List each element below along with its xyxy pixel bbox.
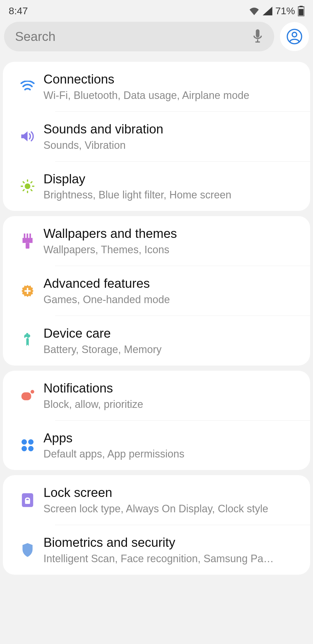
svg-point-7 — [292, 32, 297, 37]
svg-rect-20 — [23, 238, 33, 243]
sound-icon — [12, 130, 43, 143]
settings-item-title: Biometrics and security — [43, 535, 301, 550]
search-input[interactable]: Search — [4, 22, 274, 51]
svg-point-8 — [25, 183, 30, 189]
battery-icon — [298, 6, 304, 16]
settings-group: Wallpapers and themesWallpapers, Themes,… — [3, 216, 310, 365]
settings-item-subtitle: Brightness, Blue light filter, Home scre… — [43, 189, 301, 201]
settings-item-text: ConnectionsWi-Fi, Bluetooth, Data usage,… — [43, 72, 301, 102]
settings-item-title: Advanced features — [43, 276, 301, 291]
battery-percent: 71% — [275, 5, 295, 17]
settings-item-subtitle: Intelligent Scan, Face recognition, Sams… — [43, 553, 301, 565]
settings-item-subtitle: Battery, Storage, Memory — [43, 343, 301, 356]
svg-line-14 — [31, 190, 32, 191]
svg-line-16 — [31, 182, 32, 183]
settings-item-subtitle: Block, allow, prioritize — [43, 398, 301, 410]
settings-item-text: Wallpapers and themesWallpapers, Themes,… — [43, 226, 301, 256]
status-bar: 8:47 71% — [0, 0, 313, 19]
svg-point-25 — [27, 345, 28, 346]
settings-item-sounds[interactable]: Sounds and vibrationSounds, Vibration — [3, 112, 310, 161]
apps-icon — [12, 439, 43, 452]
svg-line-15 — [23, 190, 24, 191]
settings-item-text: Device careBattery, Storage, Memory — [43, 326, 301, 356]
svg-line-13 — [23, 182, 24, 183]
svg-point-30 — [21, 446, 27, 451]
settings-item-subtitle: Wi-Fi, Bluetooth, Data usage, Airplane m… — [43, 89, 301, 102]
settings-item-devicecare[interactable]: Device careBattery, Storage, Memory — [3, 316, 310, 366]
brightness-icon — [12, 179, 43, 194]
settings-item-apps[interactable]: AppsDefault apps, App permissions — [3, 421, 310, 470]
shield-icon — [12, 542, 43, 558]
settings-item-lockscreen[interactable]: Lock screenScreen lock type, Always On D… — [3, 475, 310, 525]
settings-item-subtitle: Sounds, Vibration — [43, 139, 301, 151]
settings-item-title: Notifications — [43, 381, 301, 396]
signal-status-icon — [263, 7, 272, 15]
svg-rect-19 — [30, 234, 31, 238]
profile-button[interactable] — [280, 22, 309, 51]
settings-item-connections[interactable]: ConnectionsWi-Fi, Bluetooth, Data usage,… — [3, 62, 310, 111]
settings-item-subtitle: Default apps, App permissions — [43, 448, 301, 460]
settings-item-display[interactable]: DisplayBrightness, Blue light filter, Ho… — [3, 162, 310, 211]
svg-point-29 — [28, 439, 33, 444]
settings-item-title: Connections — [43, 72, 301, 87]
settings-item-advanced[interactable]: Advanced featuresGames, One-handed mode — [3, 266, 310, 316]
status-right: 71% — [249, 5, 304, 17]
settings-item-title: Sounds and vibration — [43, 122, 301, 137]
svg-point-31 — [28, 446, 33, 451]
status-time: 8:47 — [9, 5, 28, 17]
settings-item-text: Lock screenScreen lock type, Always On D… — [43, 485, 301, 515]
settings-group: ConnectionsWi-Fi, Bluetooth, Data usage,… — [3, 62, 310, 211]
settings-item-subtitle: Games, One-handed mode — [43, 294, 301, 306]
svg-point-27 — [31, 390, 34, 394]
svg-rect-2 — [299, 9, 303, 15]
settings-item-text: NotificationsBlock, allow, prioritize — [43, 381, 301, 410]
wrench-icon — [12, 333, 43, 348]
settings-item-text: Advanced featuresGames, One-handed mode — [43, 276, 301, 306]
svg-rect-17 — [24, 234, 25, 238]
settings-item-title: Apps — [43, 430, 301, 446]
brush-icon — [12, 234, 43, 249]
mic-icon[interactable] — [252, 29, 263, 44]
settings-item-title: Lock screen — [43, 485, 301, 500]
svg-rect-21 — [26, 243, 30, 249]
settings-item-title: Device care — [43, 326, 301, 341]
settings-item-wallpapers[interactable]: Wallpapers and themesWallpapers, Themes,… — [3, 216, 310, 266]
settings-item-title: Wallpapers and themes — [43, 226, 301, 241]
settings-group: Lock screenScreen lock type, Always On D… — [3, 475, 310, 575]
svg-point-28 — [21, 439, 27, 444]
settings-item-title: Display — [43, 171, 301, 187]
settings-item-text: Biometrics and securityIntelligent Scan,… — [43, 535, 301, 565]
settings-item-subtitle: Screen lock type, Always On Display, Clo… — [43, 503, 301, 515]
search-placeholder: Search — [15, 29, 55, 44]
svg-rect-3 — [256, 29, 260, 37]
svg-rect-33 — [25, 500, 30, 504]
lock-icon — [12, 493, 43, 508]
search-row: Search — [0, 19, 313, 57]
settings-item-biometrics[interactable]: Biometrics and securityIntelligent Scan,… — [3, 525, 310, 575]
gear-plus-icon — [12, 284, 43, 298]
settings-item-text: DisplayBrightness, Blue light filter, Ho… — [43, 171, 301, 201]
svg-rect-18 — [27, 234, 28, 238]
wifi-status-icon — [249, 7, 260, 15]
settings-item-text: Sounds and vibrationSounds, Vibration — [43, 122, 301, 151]
svg-rect-26 — [21, 392, 31, 400]
wifi-icon — [12, 81, 43, 92]
notification-icon — [12, 389, 43, 401]
settings-item-subtitle: Wallpapers, Themes, Icons — [43, 244, 301, 256]
settings-item-text: AppsDefault apps, App permissions — [43, 430, 301, 460]
settings-item-notifications[interactable]: NotificationsBlock, allow, prioritize — [3, 371, 310, 420]
settings-group: NotificationsBlock, allow, prioritizeApp… — [3, 371, 310, 470]
